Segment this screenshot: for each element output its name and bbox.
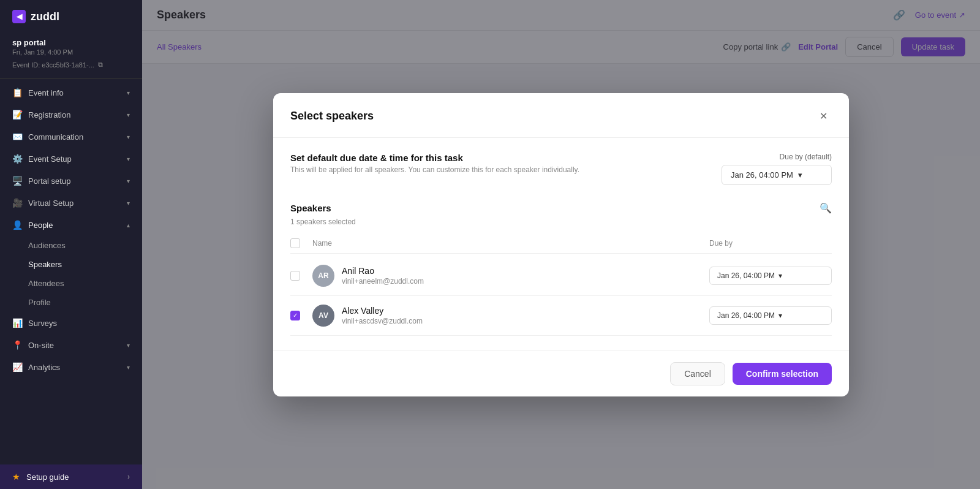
sidebar-item-surveys[interactable]: 📊 Surveys [0,312,142,334]
sidebar-item-analytics[interactable]: 📈 Analytics ▾ [0,356,142,378]
sidebar-item-portal-setup-label: Portal setup [28,176,70,186]
setup-guide-arrow: › [127,472,130,481]
on-site-icon: 📍 [12,340,22,350]
star-icon: ★ [12,472,20,482]
sidebar-item-event-info[interactable]: 📋 Event info ▾ [0,82,142,104]
people-sub-menu: Audiences Speakers Attendees Profile [0,236,142,312]
speaker-anil-rao-info: AR Anil Rao vinil+aneelm@zuddl.com [312,265,709,287]
registration-chevron: ▾ [127,112,130,118]
sidebar-sub-item-speakers[interactable]: Speakers [0,255,142,274]
sidebar-sub-item-profile[interactable]: Profile [0,293,142,312]
event-time: Fri, Jan 19, 4:00 PM [12,48,130,56]
speaker-anil-rao-due-value: Jan 26, 04:00 PM [717,271,775,280]
registration-icon: 📝 [12,110,22,119]
speakers-section-title: Speakers [290,203,331,213]
sidebar-item-registration-label: Registration [28,110,70,119]
due-date-description: This will be applied for all speakers. Y… [290,165,579,174]
due-date-default-select[interactable]: Jan 26, 04:00 PM ▾ [722,165,832,185]
on-site-chevron: ▾ [127,342,130,349]
virtual-setup-chevron: ▾ [127,200,130,207]
event-id-row: Event ID: e3cc5bf3-1a81-... ⧉ [0,58,142,76]
speaker-anil-rao-checkbox[interactable] [290,271,300,281]
modal-close-btn[interactable]: ✕ [815,108,832,125]
speaker-row-anil-rao: AR Anil Rao vinil+aneelm@zuddl.com Jan 2… [290,256,832,296]
event-id-text: Event ID: e3cc5bf3-1a81-... [12,61,94,69]
setup-guide-label: Setup guide [26,472,69,482]
main-content: Speakers 🔗 Go to event ↗ All Speakers Co… [142,0,980,489]
modal-footer: Cancel Confirm selection [273,351,849,396]
sidebar: ◀ zuddl sp portal Fri, Jan 19, 4:00 PM E… [0,0,142,489]
due-date-default-label: Due by (default) [780,153,832,161]
people-chevron: ▴ [127,222,130,229]
due-date-default-value: Jan 26, 04:00 PM [731,170,793,180]
surveys-icon: 📊 [12,318,22,328]
event-info-icon: 📋 [12,88,22,97]
sidebar-sub-item-audiences[interactable]: Audiences [0,236,142,255]
copy-event-id-icon[interactable]: ⧉ [98,61,103,69]
event-info-chevron: ▾ [127,89,130,96]
analytics-chevron: ▾ [127,364,130,371]
sidebar-item-communication-label: Communication [28,132,83,142]
modal-title: Select speakers [290,110,374,123]
sidebar-item-event-info-label: Event info [28,88,64,97]
modal-cancel-btn[interactable]: Cancel [670,362,725,385]
due-date-chevron-icon: ▾ [798,170,802,180]
speakers-selected-count: 1 speakers selected [290,218,832,226]
sidebar-item-event-setup-label: Event Setup [28,154,72,164]
sidebar-item-registration[interactable]: 📝 Registration ▾ [0,104,142,126]
due-date-left: Set default due date & time for this tas… [290,153,579,174]
select-speakers-modal: Select speakers ✕ Set default due date &… [273,93,849,396]
sidebar-item-on-site[interactable]: 📍 On-site ▾ [0,334,142,356]
modal-overlay: Select speakers ✕ Set default due date &… [142,0,980,489]
sidebar-item-people[interactable]: 👤 People ▴ [0,214,142,236]
portal-setup-chevron: ▾ [127,178,130,184]
speaker-alex-valley-details: Alex Valley vinil+ascdsv@zuddl.com [342,306,423,325]
speaker-anil-rao-details: Anil Rao vinil+aneelm@zuddl.com [342,266,424,286]
sidebar-item-people-label: People [28,221,53,230]
sidebar-item-surveys-label: Surveys [28,319,57,328]
speaker-row-alex-valley: ✓ AV Alex Valley vinil+ascdsv@zuddl.com … [290,296,832,336]
virtual-setup-icon: 🎥 [12,198,22,208]
sidebar-item-portal-setup[interactable]: 🖥️ Portal setup ▾ [0,170,142,192]
speaker-alex-valley-checkbox[interactable]: ✓ [290,311,300,320]
sidebar-logo-text: zuddl [31,10,59,23]
speaker-anil-rao-email: vinil+aneelm@zuddl.com [342,277,424,286]
sidebar-item-event-setup[interactable]: ⚙️ Event Setup ▾ [0,148,142,170]
sidebar-logo[interactable]: ◀ zuddl [0,0,142,33]
sidebar-item-analytics-label: Analytics [28,363,60,372]
sidebar-item-virtual-setup-label: Virtual Setup [28,199,74,208]
speaker-alex-valley-email: vinil+ascdsv@zuddl.com [342,317,423,325]
people-icon: 👤 [12,220,22,230]
sidebar-divider-1 [0,78,142,79]
zuddl-logo-icon: ◀ [12,10,26,23]
speaker-anil-rao-due-select[interactable]: Jan 26, 04:00 PM ▾ [709,267,832,285]
communication-icon: ✉️ [12,132,22,142]
speakers-table-header: Name Due by [290,233,832,254]
anil-rao-due-chevron: ▾ [778,271,782,280]
speaker-alex-valley-due-select[interactable]: Jan 26, 04:00 PM ▾ [709,306,832,325]
sidebar-item-on-site-label: On-site [28,341,54,350]
sidebar-item-virtual-setup[interactable]: 🎥 Virtual Setup ▾ [0,192,142,214]
due-date-section: Set default due date & time for this tas… [290,153,832,185]
speaker-alex-valley-name: Alex Valley [342,306,423,316]
confirm-selection-btn[interactable]: Confirm selection [733,363,832,385]
sidebar-item-communication[interactable]: ✉️ Communication ▾ [0,126,142,148]
portal-setup-icon: 🖥️ [12,176,22,186]
select-all-checkbox[interactable] [290,238,300,248]
speakers-search-btn[interactable]: 🔍 [820,202,832,214]
org-name: sp portal [12,38,130,47]
speaker-anil-rao-name: Anil Rao [342,266,424,276]
speaker-alex-valley-info: AV Alex Valley vinil+ascdsv@zuddl.com [312,305,709,327]
due-date-title: Set default due date & time for this tas… [290,153,579,163]
col-header-name: Name [312,239,709,248]
due-date-right: Due by (default) Jan 26, 04:00 PM ▾ [722,153,832,185]
sidebar-org-info: sp portal Fri, Jan 19, 4:00 PM [0,33,142,58]
setup-guide-item[interactable]: ★ Setup guide › [0,464,142,489]
alex-valley-due-chevron: ▾ [778,311,782,320]
speaker-alex-valley-due-value: Jan 26, 04:00 PM [717,311,775,320]
speaker-alex-valley-avatar: AV [312,305,334,327]
speakers-section-header: Speakers 🔍 [290,202,832,214]
speaker-anil-rao-avatar: AR [312,265,334,287]
sidebar-sub-item-attendees[interactable]: Attendees [0,274,142,293]
modal-body: Set default due date & time for this tas… [273,138,849,351]
